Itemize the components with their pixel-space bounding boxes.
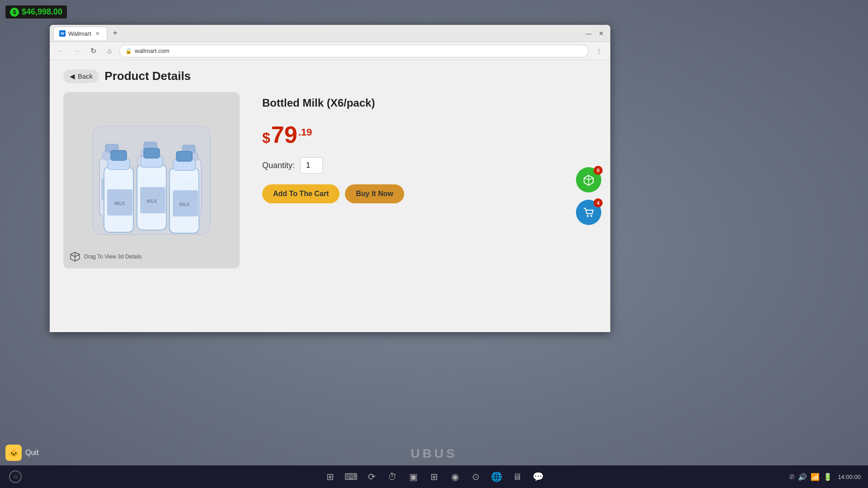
back-nav-button[interactable]: ←	[54, 45, 67, 57]
taskbar-icon-monitor[interactable]: 🖥	[510, 470, 524, 483]
browser-toolbar: ← → ↻ ⌂ 🔒 wallmart.com ⋮	[50, 42, 610, 60]
quit-label: Quit	[25, 449, 38, 457]
svg-line-36	[584, 178, 589, 180]
svg-point-39	[590, 215, 592, 217]
svg-line-30	[75, 254, 80, 257]
price-dollar-sign: $	[262, 130, 270, 146]
dollar-icon: $	[10, 8, 19, 17]
drag-hint: Drag To View 3d Details	[69, 250, 142, 263]
cart-fab-button[interactable]: 4	[576, 200, 601, 225]
3d-view-fab-button[interactable]: 0	[576, 167, 601, 192]
tab-label: Wallmart	[68, 30, 91, 37]
window-controls: — ✕	[583, 28, 607, 39]
page-header: ◀ Back Product Details	[63, 69, 597, 83]
taskbar-wifi-icon[interactable]: 📶	[811, 473, 820, 481]
price-cents-value: .19	[298, 127, 312, 138]
taskbar-right: ⎚ 🔊 📶 🔋 14:00:00	[790, 473, 861, 481]
taskbar-icon-apps[interactable]: ⊞	[427, 470, 441, 483]
taskbar-icon-refresh[interactable]: ⟳	[365, 470, 378, 483]
quit-button[interactable]: 🐱 Quit	[5, 445, 38, 461]
svg-rect-15	[111, 150, 127, 160]
taskbar-circle-button[interactable]: ○	[9, 470, 22, 483]
quantity-input[interactable]	[300, 157, 323, 174]
product-details: Bottled Milk (X6/pack) $ 79 .19 Quantity…	[262, 92, 597, 203]
page-title: Product Details	[104, 69, 191, 83]
close-button[interactable]: ✕	[596, 28, 607, 39]
extensions-button[interactable]: ⋮	[592, 47, 606, 55]
fab-badge-blue: 4	[594, 198, 603, 207]
back-label: Back	[78, 72, 93, 80]
price-main-value: 79	[271, 123, 297, 146]
quantity-row: Quantity:	[262, 157, 597, 174]
taskbar-icon-globe[interactable]: 🌐	[490, 470, 503, 483]
minimize-button[interactable]: —	[583, 28, 594, 39]
svg-line-35	[589, 178, 593, 180]
taskbar-right-icons: ⎚ 🔊 📶 🔋	[790, 473, 832, 481]
home-button[interactable]: ⌂	[103, 45, 116, 57]
taskbar-icon-chat[interactable]: 💬	[531, 470, 545, 483]
price-display: $ 79 .19	[262, 123, 597, 146]
product-price: $ 79 .19	[262, 123, 597, 146]
3d-cube-icon	[69, 250, 81, 263]
browser-titlebar: W Wallmart ✕ + — ✕	[50, 25, 610, 42]
taskbar-icon-clock[interactable]: ⏱	[386, 470, 399, 483]
money-amount: $46,998.00	[22, 7, 62, 17]
quit-icon: 🐱	[5, 445, 22, 461]
floating-actions: 0 4	[576, 167, 601, 225]
fab-badge-green: 0	[594, 166, 603, 175]
taskbar-icon-window[interactable]: ▣	[406, 470, 420, 483]
drag-hint-text: Drag To View 3d Details	[84, 253, 142, 260]
svg-text:MILK: MILK	[146, 199, 157, 204]
back-arrow-icon: ◀	[70, 72, 75, 80]
lock-icon: 🔒	[125, 48, 132, 54]
product-area: MILK MILK	[63, 92, 597, 268]
taskbar-icon-settings[interactable]: ⊙	[469, 470, 482, 483]
address-bar[interactable]: 🔒 wallmart.com	[119, 45, 589, 57]
tab-close-button[interactable]: ✕	[94, 30, 101, 37]
money-display: $ $46,998.00	[5, 5, 67, 19]
taskbar-icon-target[interactable]: ◉	[448, 470, 462, 483]
add-to-cart-button[interactable]: Add To The Cart	[262, 184, 340, 203]
taskbar-battery-icon[interactable]: 🔋	[823, 473, 832, 481]
taskbar-icon-grid[interactable]: ⊞	[323, 470, 337, 483]
svg-point-38	[587, 215, 589, 217]
browser-tab[interactable]: W Wallmart ✕	[53, 27, 107, 40]
buy-it-now-button[interactable]: Buy It Now	[345, 184, 404, 203]
browser-window: W Wallmart ✕ + — ✕ ← → ↻ ⌂ 🔒 wallmart.co…	[50, 25, 610, 332]
ubus-brand: UBUS	[410, 446, 457, 461]
page-content: ◀ Back Product Details	[50, 60, 610, 332]
taskbar-icon-terminal[interactable]: ⌨	[344, 470, 358, 483]
action-buttons: Add To The Cart Buy It Now	[262, 184, 597, 203]
url-text: wallmart.com	[135, 47, 170, 54]
taskbar-time: 14:00:00	[838, 474, 861, 480]
forward-nav-button[interactable]: →	[71, 45, 83, 57]
product-name: Bottled Milk (X6/pack)	[262, 97, 597, 109]
taskbar-display-icon[interactable]: ⎚	[790, 473, 794, 481]
taskbar-audio-icon[interactable]: 🔊	[798, 473, 807, 481]
quantity-label: Quantity:	[262, 161, 295, 170]
product-image: MILK MILK	[79, 108, 224, 253]
svg-text:MILK: MILK	[114, 201, 125, 206]
taskbar: ○ ⊞ ⌨ ⟳ ⏱ ▣ ⊞ ◉ ⊙ 🌐 🖥 💬 ⎚ 🔊 📶 🔋 14:00:00	[0, 465, 868, 488]
svg-rect-25	[176, 151, 192, 161]
new-tab-button[interactable]: +	[109, 27, 122, 40]
refresh-button[interactable]: ↻	[87, 45, 99, 57]
back-button[interactable]: ◀ Back	[63, 70, 99, 83]
svg-text:MILK: MILK	[179, 202, 190, 207]
tab-favicon: W	[59, 30, 66, 37]
svg-line-31	[71, 254, 75, 257]
product-image-container: MILK MILK	[63, 92, 240, 268]
svg-rect-20	[144, 148, 160, 158]
